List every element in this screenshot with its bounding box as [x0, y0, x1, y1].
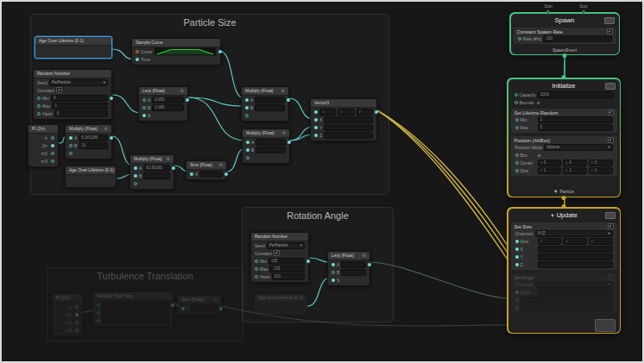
input-port[interactable] — [515, 306, 519, 310]
input-port[interactable] — [314, 126, 318, 129]
flow-anchor-bottom[interactable] — [563, 53, 567, 58]
settings-icon[interactable]: ⚙ — [104, 127, 108, 131]
input-port[interactable] — [97, 319, 100, 322]
block-enabled-checkbox[interactable]: ✓ — [607, 28, 613, 34]
input-port[interactable] — [331, 263, 335, 266]
vector-field-y[interactable]: y — [338, 109, 354, 116]
checkbox[interactable]: ✓ — [274, 250, 280, 256]
vector-field-y[interactable]: y — [563, 238, 587, 245]
vector-field-x[interactable]: x1 — [538, 167, 562, 174]
node-vector3[interactable]: Vector3xyzXYZ — [310, 98, 377, 141]
flow-anchor-top[interactable] — [562, 75, 566, 79]
output-port[interactable] — [51, 160, 54, 163]
dropdown-select[interactable]: ▾ — [535, 281, 613, 288]
value-field[interactable]: 6.283185 — [79, 135, 108, 141]
value-field[interactable]: 1 — [52, 103, 108, 110]
input-port[interactable] — [134, 166, 137, 170]
node-multiply-2[interactable]: Multiply (Float)⚙AB — [242, 128, 290, 164]
input-port[interactable] — [518, 37, 521, 41]
input-port[interactable] — [515, 161, 519, 165]
input-port[interactable] — [314, 118, 318, 122]
input-port[interactable] — [245, 114, 249, 117]
input-port[interactable] — [69, 152, 73, 155]
output-port[interactable] — [75, 329, 79, 332]
flow-port[interactable] — [546, 10, 550, 14]
node-pi-2[interactable]: Pi (2π)π2ππ/2π/3 — [52, 293, 83, 336]
value-field[interactable] — [324, 116, 373, 123]
node-header[interactable]: Periodic Total Time — [93, 292, 173, 301]
input-port[interactable] — [515, 101, 518, 104]
output-port[interactable] — [306, 260, 310, 263]
node-age-over-lifetime-3[interactable]: Age Over Lifetime (0-1) — [254, 293, 307, 316]
input-port[interactable] — [515, 169, 519, 172]
collapsed-badge[interactable] — [595, 319, 616, 332]
value-field[interactable]: 0.095 — [152, 104, 184, 111]
link-icon[interactable]: ⊕ — [538, 153, 541, 158]
input-port[interactable] — [255, 267, 258, 271]
block-constant-spawn-rate[interactable]: Constant Spawn Rate✓Rate (#/s)150 — [514, 28, 616, 44]
context-header[interactable]: Initialize — [508, 79, 620, 91]
output-port[interactable] — [186, 98, 189, 102]
node-header[interactable]: Multiply (Float)⚙ — [243, 129, 289, 138]
node-multiply-a[interactable]: Multiply (Float)⚙A6.283185B10 — [65, 124, 112, 160]
output-port[interactable] — [368, 263, 371, 266]
vfx-graph-canvas[interactable]: Particle SizeRotation AngleTurbulence Tr… — [0, 0, 644, 363]
link-icon[interactable]: ⊕ — [537, 100, 540, 105]
value-field[interactable] — [538, 246, 613, 253]
value-field[interactable] — [521, 297, 613, 304]
node-header[interactable]: Random Number — [34, 70, 111, 78]
input-port[interactable] — [69, 144, 73, 147]
output-port[interactable] — [75, 313, 79, 316]
node-header[interactable]: Sine (Float)⚙ — [186, 161, 226, 170]
node-multiply-1[interactable]: Multiply (Float)⚙AB — [241, 86, 289, 122]
vector-field-z[interactable]: z — [357, 109, 373, 116]
node-header[interactable]: Multiply (Float)⚙ — [130, 155, 174, 164]
output-port[interactable] — [171, 304, 174, 307]
value-field[interactable]: 3 — [538, 124, 613, 131]
output-port[interactable] — [51, 144, 54, 147]
dropdown-select[interactable]: XYZ▾ — [535, 230, 613, 237]
dropdown-select[interactable]: PerParticle▾ — [49, 79, 108, 86]
settings-icon[interactable]: ⚙ — [282, 131, 286, 135]
input-port[interactable] — [37, 112, 41, 116]
value-field[interactable] — [255, 97, 285, 103]
input-port[interactable] — [134, 182, 137, 185]
node-random-number-1[interactable]: Random NumberSeedPerParticle▾Constant✓Mi… — [33, 69, 112, 120]
block-set-size[interactable]: Set Size✓ChannelsXYZ▾SizexyzXYZ — [511, 222, 617, 270]
node-header[interactable]: Age Over Lifetime (0-1) — [255, 294, 306, 303]
input-port[interactable] — [97, 304, 100, 307]
output-port[interactable] — [287, 141, 291, 144]
value-field[interactable] — [102, 310, 169, 316]
node-pi-1[interactable]: Pi (2π)π2ππ/2π/3 — [28, 124, 59, 167]
block-set-lifetime-random[interactable]: Set Lifetime Random✓Min1Max3 — [511, 109, 617, 133]
value-field[interactable] — [199, 171, 223, 178]
value-field[interactable] — [143, 172, 170, 179]
vector-field-y[interactable]: y0 — [563, 160, 587, 166]
input-port[interactable] — [255, 260, 258, 263]
value-field[interactable]: 2000 — [538, 91, 614, 98]
vector-field-y[interactable]: y1 — [563, 167, 587, 174]
node-header[interactable]: Sine (Float)⚙ — [178, 296, 221, 304]
input-port[interactable] — [181, 307, 185, 310]
output-port[interactable] — [110, 97, 113, 100]
node-header[interactable]: Random Number — [251, 233, 308, 241]
value-field[interactable] — [191, 305, 218, 312]
input-port[interactable] — [331, 271, 335, 274]
input-port[interactable] — [515, 298, 519, 302]
value-field[interactable] — [341, 261, 366, 268]
node-random-number-2[interactable]: Random NumberSeedPerParticle▾Constant✓Mi… — [250, 232, 309, 283]
vector-field-z[interactable]: z0 — [589, 160, 613, 166]
curve-port[interactable] — [136, 50, 139, 53]
value-field[interactable] — [538, 289, 613, 296]
output-port[interactable] — [75, 305, 79, 309]
block-enabled-checkbox[interactable]: ✓ — [608, 137, 614, 143]
input-port[interactable] — [246, 141, 249, 144]
output-port[interactable] — [75, 321, 79, 324]
node-header[interactable]: Age Over Lifetime (0-1) — [66, 166, 116, 175]
node-sine-1[interactable]: Sine (Float)⚙X — [186, 160, 227, 180]
input-port[interactable] — [190, 172, 193, 176]
value-field[interactable]: 135 — [268, 258, 305, 265]
value-field[interactable] — [256, 147, 286, 153]
node-age-over-lifetime-2[interactable]: Age Over Lifetime (0-1) — [65, 166, 117, 188]
node-sine-2[interactable]: Sine (Float)⚙X — [177, 295, 222, 315]
